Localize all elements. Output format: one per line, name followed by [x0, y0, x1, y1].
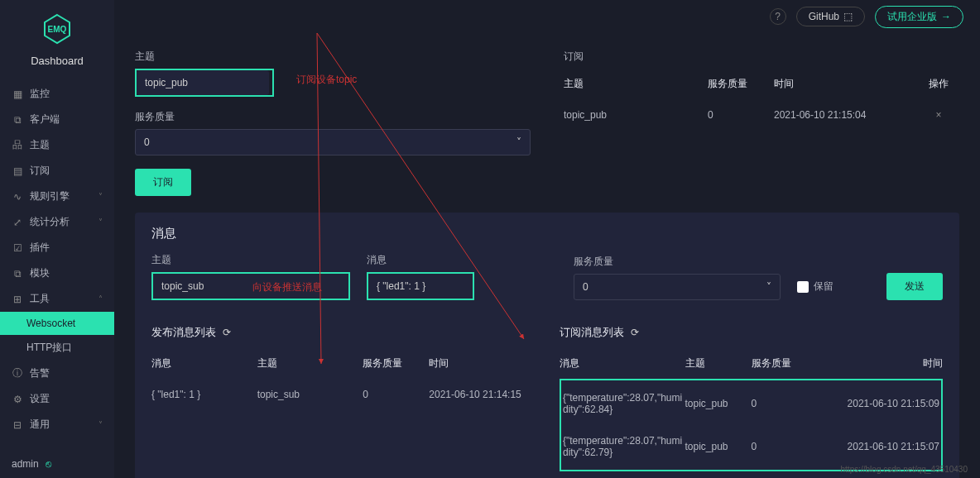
emq-logo: EMQ: [41, 12, 74, 45]
annotation-subscribe: 订阅设备topic: [296, 73, 357, 87]
nav-alarm[interactable]: ⓘ告警: [0, 361, 114, 386]
nav-rule-engine[interactable]: ∿规则引擎˅: [0, 184, 114, 209]
retain-label: 保留: [814, 280, 833, 294]
dashboard-title: Dashboard: [0, 55, 114, 67]
publish-topic-input[interactable]: [153, 274, 236, 299]
logout-icon[interactable]: ⎋: [46, 458, 51, 470]
th-time: 时间: [774, 77, 918, 91]
alarm-icon: ⓘ: [12, 368, 23, 380]
chevron-down-icon: ˅: [766, 281, 771, 293]
publish-topic-label: 主题: [151, 253, 350, 267]
th-topic: 主题: [564, 77, 708, 91]
publish-row: { "led1": 1 } topic_sub 0 2021-06-10 21:…: [151, 379, 535, 410]
plugin-icon: ☑: [12, 242, 23, 254]
subscribe-qos-select[interactable]: 0˅: [135, 129, 531, 155]
chevron-down-icon: ˅: [516, 136, 521, 148]
publish-list-title: 发布消息列表: [151, 325, 216, 340]
chevron-down-icon: ˅: [98, 192, 103, 201]
publish-qos-select[interactable]: 0˅: [574, 274, 781, 300]
publish-msg-label: 消息: [367, 253, 474, 267]
github-icon: ⬚: [843, 11, 853, 22]
rule-icon: ∿: [12, 191, 23, 203]
receive-row: {"temperature":28.07,"humidity":62.84} t…: [563, 382, 939, 425]
subscribe-icon: ▤: [12, 165, 23, 177]
th-qos: 服务质量: [708, 77, 774, 91]
subscribe-button[interactable]: 订阅: [135, 169, 191, 196]
tools-icon: ⊞: [12, 294, 23, 305]
messages-title: 消息: [151, 226, 943, 241]
nav-settings[interactable]: ⚙设置: [0, 386, 114, 412]
chevron-up-icon: ˄: [98, 294, 103, 304]
subscriptions-title: 订阅: [564, 50, 959, 64]
nav-plugins[interactable]: ☑插件: [0, 235, 114, 261]
receive-list-title: 订阅消息列表: [560, 325, 624, 340]
nav-modules[interactable]: ⧉模块: [0, 261, 114, 286]
clients-icon: ⧉: [12, 114, 23, 126]
publish-qos-label: 服务质量: [574, 255, 781, 269]
svg-text:EMQ: EMQ: [48, 25, 67, 34]
subscription-row: topic_pub 0 2021-06-10 21:15:04 ×: [564, 99, 959, 131]
nav-http[interactable]: HTTP接口: [0, 335, 114, 361]
subscribe-qos-label: 服务质量: [135, 110, 531, 124]
github-button[interactable]: GitHub⬚: [796, 7, 865, 26]
annotation-publish: 向设备推送消息: [252, 280, 322, 294]
current-user: admin: [12, 458, 39, 470]
nav-monitor[interactable]: ▦监控: [0, 81, 114, 107]
chevron-down-icon: ˅: [98, 217, 103, 227]
subscribe-topic-label: 主题: [135, 50, 531, 64]
topics-icon: 品: [12, 140, 23, 151]
nav-subscriptions[interactable]: ▤订阅: [0, 158, 114, 184]
sidebar: EMQ Dashboard ▦监控 ⧉客户端 品主题 ▤订阅 ∿规则引擎˅ ⤢统…: [0, 0, 114, 478]
retain-checkbox[interactable]: [797, 281, 809, 293]
receive-row: {"temperature":28.07,"humidity":62.79} t…: [563, 425, 939, 468]
arrow-right-icon: →: [941, 11, 951, 22]
nav-topics[interactable]: 品主题: [0, 132, 114, 158]
nav-analytics[interactable]: ⤢统计分析˅: [0, 209, 114, 235]
nav-websocket[interactable]: Websocket: [0, 312, 114, 335]
monitor-icon: ▦: [12, 88, 23, 100]
refresh-icon[interactable]: ⟳: [223, 327, 231, 338]
publish-msg-input[interactable]: [368, 274, 473, 299]
nav-clients[interactable]: ⧉客户端: [0, 107, 114, 132]
nav-tools[interactable]: ⊞工具˄: [0, 286, 114, 312]
gear-icon: ⚙: [12, 394, 23, 405]
watermark: https://blog.csdn.net/qq_43510430: [841, 465, 968, 474]
refresh-icon[interactable]: ⟳: [631, 327, 639, 338]
chart-icon: ⤢: [12, 217, 23, 228]
trial-button[interactable]: 试用企业版→: [875, 6, 963, 28]
nav-general[interactable]: ⊟通用˅: [0, 412, 114, 437]
th-action: 操作: [918, 77, 959, 91]
main-content: 主题 订阅设备topic 服务质量 0˅ 订阅 订阅 主题 服务质量 时间: [114, 0, 980, 478]
help-icon[interactable]: ?: [770, 8, 786, 25]
chevron-down-icon: ˅: [98, 420, 103, 429]
unsubscribe-button[interactable]: ×: [935, 109, 941, 121]
subscribe-topic-input[interactable]: [137, 70, 269, 95]
send-button[interactable]: 发送: [886, 273, 943, 300]
general-icon: ⊟: [12, 419, 23, 431]
module-icon: ⧉: [12, 268, 23, 280]
